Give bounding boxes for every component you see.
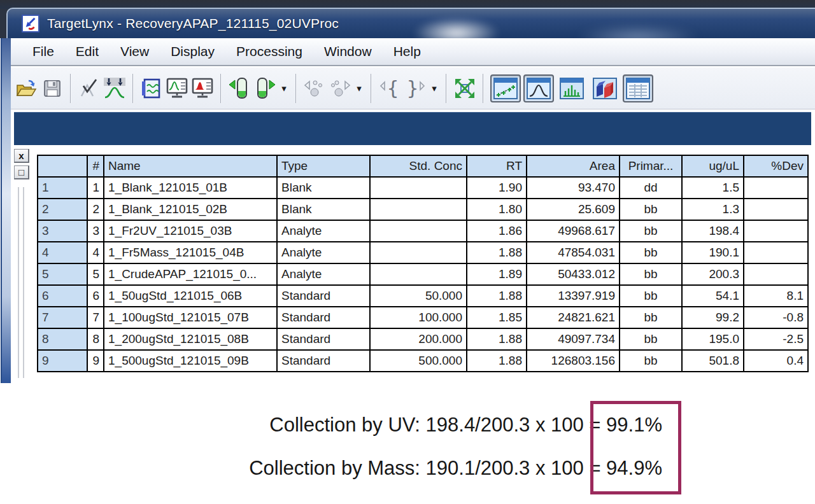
cell[interactable] xyxy=(744,263,808,285)
cell[interactable]: 1.5 xyxy=(682,177,744,199)
cell[interactable]: 93.470 xyxy=(527,177,620,199)
cell[interactable]: 195.0 xyxy=(682,328,744,350)
open-button[interactable] xyxy=(14,74,39,102)
cell[interactable]: 1.88 xyxy=(467,285,527,307)
cell[interactable]: bb xyxy=(620,350,682,372)
title-bar[interactable]: TargetLynx - RecoveryAPAP_121115_02UVPro… xyxy=(6,8,815,38)
cell[interactable]: bb xyxy=(620,220,682,242)
cell[interactable]: 47854.031 xyxy=(527,242,620,263)
cell[interactable]: 1_Fr5Mass_121015_04B xyxy=(104,242,277,263)
cell[interactable]: 1.88 xyxy=(467,328,527,350)
cell[interactable]: -2.5 xyxy=(744,328,808,350)
table-row[interactable]: 441_Fr5Mass_121015_04BAnalyte1.8847854.0… xyxy=(38,242,808,263)
cell[interactable]: bb xyxy=(620,285,682,307)
previous-vial-button[interactable] xyxy=(227,74,252,102)
next-group-button[interactable]: } xyxy=(402,74,428,102)
table-row[interactable]: 111_Blank_121015_01BBlank1.9093.470dd1.5 xyxy=(38,177,808,199)
integrate-peaks-button[interactable] xyxy=(102,74,127,102)
cell[interactable]: Blank xyxy=(277,177,370,199)
cell[interactable]: 190.1 xyxy=(682,242,744,263)
cell[interactable]: 0.4 xyxy=(744,350,808,372)
cell[interactable]: 25.609 xyxy=(527,199,620,220)
group-dropdown-icon[interactable]: ▾ xyxy=(428,74,441,102)
cell[interactable]: 198.4 xyxy=(682,220,744,242)
table-row[interactable]: 661_50ugStd_121015_06BStandard50.0001.88… xyxy=(38,285,808,307)
cell[interactable]: 9 xyxy=(87,350,104,372)
cell[interactable] xyxy=(744,220,808,242)
table-row[interactable]: 771_100ugStd_121015_07BStandard100.0001.… xyxy=(38,307,808,328)
cell[interactable]: 50.000 xyxy=(370,285,467,307)
cell[interactable]: 1.88 xyxy=(467,242,527,263)
row-header-cell[interactable]: 2 xyxy=(38,199,87,220)
cell[interactable]: 1_Blank_121015_01B xyxy=(104,177,277,199)
cell[interactable] xyxy=(744,199,808,220)
cell[interactable]: 1_500ugStd_121015_09B xyxy=(104,350,277,372)
cell[interactable]: 8.1 xyxy=(744,285,808,307)
menu-item-help[interactable]: Help xyxy=(383,41,432,62)
cell[interactable]: Standard xyxy=(277,285,370,307)
table-row[interactable]: 221_Blank_121015_02BBlank1.8025.609bb1.3 xyxy=(38,199,808,220)
cell[interactable]: 1.90 xyxy=(467,177,527,199)
cell[interactable]: 54.1 xyxy=(682,285,744,307)
row-header-cell[interactable]: 7 xyxy=(38,307,87,328)
column-header[interactable]: Primar... xyxy=(620,155,682,177)
row-header-cell[interactable]: 9 xyxy=(38,350,87,372)
cell[interactable]: 126803.156 xyxy=(527,350,620,372)
column-header[interactable]: %Dev xyxy=(744,155,808,177)
cell[interactable]: Analyte xyxy=(277,263,370,285)
column-header[interactable]: # xyxy=(87,155,104,177)
cell[interactable]: bb xyxy=(620,199,682,220)
row-header-cell[interactable]: 6 xyxy=(38,285,87,307)
display-alert-chromatogram-button[interactable] xyxy=(190,74,215,102)
menu-item-view[interactable]: View xyxy=(110,41,160,62)
cell[interactable]: Analyte xyxy=(277,242,370,263)
cell[interactable]: 1.88 xyxy=(467,350,527,372)
table-row[interactable]: 331_Fr2UV_121015_03BAnalyte1.8649968.617… xyxy=(38,220,808,242)
cell[interactable]: 200.000 xyxy=(370,328,467,350)
cell[interactable]: bb xyxy=(620,328,682,350)
cell[interactable] xyxy=(744,242,808,263)
cell[interactable]: 1_100ugStd_121015_07B xyxy=(104,307,277,328)
cell[interactable]: 1_Fr2UV_121015_03B xyxy=(104,220,277,242)
cell[interactable]: 1.3 xyxy=(682,199,744,220)
vial-dropdown-icon[interactable]: ▾ xyxy=(278,74,290,102)
cell[interactable]: 8 xyxy=(87,328,104,350)
cell[interactable]: 100.000 xyxy=(370,307,467,328)
previous-group-button[interactable]: { xyxy=(377,74,402,102)
cell[interactable]: 49968.617 xyxy=(527,220,620,242)
cell[interactable]: bb xyxy=(620,263,682,285)
next-compound-button[interactable] xyxy=(327,74,353,102)
cell[interactable]: 501.8 xyxy=(682,350,744,372)
cell[interactable]: 4 xyxy=(87,242,104,263)
cell[interactable]: 24821.621 xyxy=(527,307,620,328)
row-header-cell[interactable]: 1 xyxy=(38,177,87,199)
cell[interactable]: 1.89 xyxy=(467,263,527,285)
panel-close-button[interactable]: x xyxy=(14,149,29,163)
cell[interactable]: Standard xyxy=(277,307,370,328)
save-button[interactable] xyxy=(39,74,65,102)
cell[interactable]: 1.86 xyxy=(467,220,527,242)
next-vial-button[interactable] xyxy=(252,74,278,102)
cell[interactable]: 200.3 xyxy=(682,263,744,285)
grid-view-button[interactable] xyxy=(623,74,653,102)
column-header[interactable] xyxy=(38,155,87,177)
panel-splitter-handle[interactable] xyxy=(18,187,24,378)
table-row[interactable]: 551_CrudeAPAP_121015_0...Analyte1.895043… xyxy=(38,263,808,285)
column-header[interactable]: Name xyxy=(104,155,277,177)
cell[interactable]: 500.000 xyxy=(370,350,467,372)
cell[interactable]: 50433.012 xyxy=(527,263,620,285)
cell[interactable]: Standard xyxy=(277,328,370,350)
cell[interactable]: 1_50ugStd_121015_06B xyxy=(104,285,277,307)
cell[interactable]: Standard xyxy=(277,350,370,372)
cell[interactable]: 49097.734 xyxy=(527,328,620,350)
cell[interactable]: 7 xyxy=(87,307,104,328)
column-header[interactable]: RT xyxy=(467,155,527,177)
verify-peaks-button[interactable] xyxy=(76,74,102,102)
cell[interactable]: 3 xyxy=(87,220,104,242)
cell[interactable] xyxy=(370,263,467,285)
menu-item-window[interactable]: Window xyxy=(313,41,383,62)
panel-restore-button[interactable]: □ xyxy=(14,165,29,179)
menu-item-file[interactable]: File xyxy=(22,41,65,62)
peak-view-button[interactable] xyxy=(523,74,554,102)
cell[interactable]: 99.2 xyxy=(682,307,744,328)
